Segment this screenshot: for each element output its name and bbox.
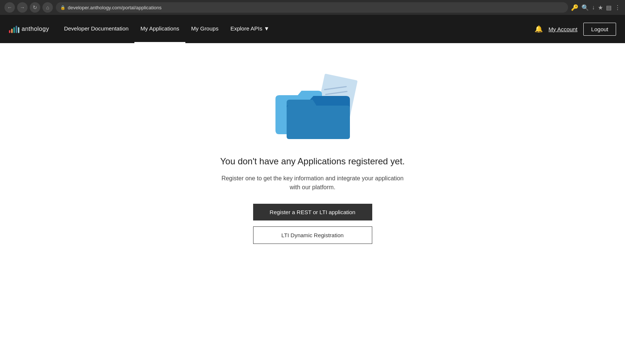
nav-explore-apis[interactable]: Explore APIs ▼ bbox=[224, 15, 275, 43]
extension-icon[interactable]: ▤ bbox=[606, 4, 612, 11]
more-icon[interactable]: ⋮ bbox=[615, 4, 621, 11]
browser-controls: ← → ↻ ⌂ bbox=[4, 2, 53, 13]
nav-my-groups[interactable]: My Groups bbox=[185, 15, 224, 43]
svg-rect-6 bbox=[287, 106, 350, 139]
lock-icon: 🔒 bbox=[60, 5, 66, 10]
navbar-right: 🔔 My Account Logout bbox=[535, 23, 616, 36]
anthology-logo[interactable]: anthology bbox=[9, 25, 49, 33]
notification-bell-icon[interactable]: 🔔 bbox=[535, 25, 543, 33]
star-icon[interactable]: ★ bbox=[598, 4, 603, 11]
navbar: anthology Developer Documentation My App… bbox=[0, 15, 625, 43]
logo-text: anthology bbox=[22, 26, 49, 32]
key-icon[interactable]: 🔑 bbox=[571, 4, 578, 11]
search-icon[interactable]: 🔍 bbox=[581, 4, 589, 11]
logo-bars-icon bbox=[9, 25, 19, 33]
nav-developer-docs[interactable]: Developer Documentation bbox=[58, 15, 134, 43]
logout-button[interactable]: Logout bbox=[583, 23, 616, 36]
main-content: You don't have any Applications register… bbox=[0, 43, 625, 266]
my-account-link[interactable]: My Account bbox=[549, 26, 578, 32]
register-rest-lti-button[interactable]: Register a REST or LTI application bbox=[253, 204, 372, 220]
folder-illustration bbox=[261, 65, 365, 147]
browser-actions: 🔑 🔍 ↓ ★ ▤ ⋮ bbox=[571, 4, 621, 11]
back-button[interactable]: ← bbox=[4, 2, 15, 13]
empty-state-description: Register one to get the key information … bbox=[216, 174, 409, 192]
lti-dynamic-registration-button[interactable]: LTI Dynamic Registration bbox=[253, 226, 372, 244]
reload-button[interactable]: ↻ bbox=[30, 2, 40, 13]
navbar-links: Developer Documentation My Applications … bbox=[58, 15, 535, 43]
empty-state-title: You don't have any Applications register… bbox=[220, 156, 405, 167]
home-button[interactable]: ⌂ bbox=[42, 2, 53, 13]
url-text: developer.anthology.com/portal/applicati… bbox=[68, 5, 162, 10]
nav-my-applications[interactable]: My Applications bbox=[134, 15, 185, 43]
address-bar[interactable]: 🔒 developer.anthology.com/portal/applica… bbox=[56, 2, 568, 13]
forward-button[interactable]: → bbox=[17, 2, 28, 13]
chevron-down-icon: ▼ bbox=[264, 25, 270, 32]
browser-chrome: ← → ↻ ⌂ 🔒 developer.anthology.com/portal… bbox=[0, 0, 625, 15]
download-icon[interactable]: ↓ bbox=[592, 4, 595, 11]
